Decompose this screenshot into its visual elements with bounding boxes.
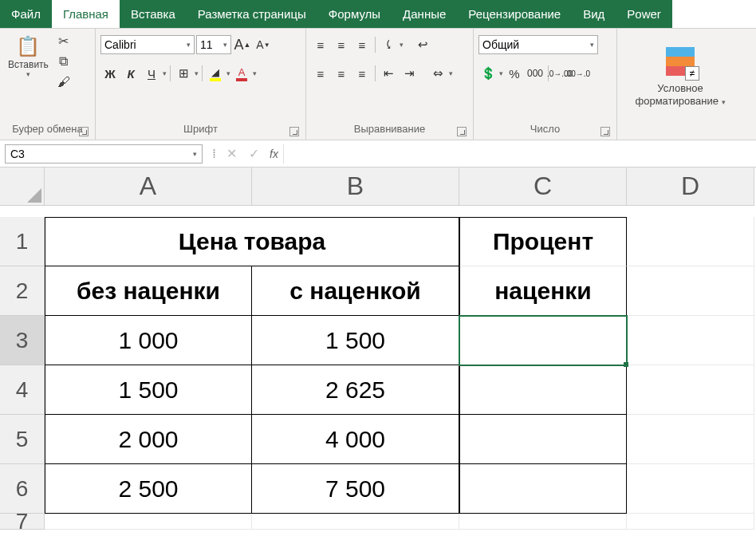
cell-b6[interactable]: 7 500	[252, 464, 459, 514]
cell-b2[interactable]: с наценкой	[252, 266, 459, 316]
tab-insert[interactable]: Вставка	[120, 0, 187, 28]
bold-button[interactable]: Ж	[100, 64, 120, 83]
format-painter-button[interactable]: 🖌	[55, 73, 73, 91]
cell-a1-merged[interactable]: Цена товара	[45, 217, 459, 266]
enter-button[interactable]: ✓	[242, 146, 265, 161]
column-header-b[interactable]: B	[252, 168, 459, 206]
comma-button[interactable]: 000	[526, 64, 545, 83]
increase-indent-button[interactable]: ⇥	[400, 64, 419, 83]
orientation-button[interactable]: ⤹	[379, 35, 398, 54]
cell-a6[interactable]: 2 500	[45, 464, 252, 514]
cell-d6[interactable]	[627, 464, 754, 514]
cell-c7[interactable]	[459, 514, 627, 530]
tab-review[interactable]: Рецензирование	[457, 0, 572, 28]
tab-formulas[interactable]: Формулы	[317, 0, 392, 28]
column-header-c[interactable]: C	[459, 168, 627, 206]
tab-power[interactable]: Power	[616, 0, 672, 28]
decrease-indent-button[interactable]: ⇤	[379, 64, 398, 83]
conditional-formatting-button[interactable]: Условное форматирование ▾	[632, 81, 729, 108]
cell-c2[interactable]: наценки	[459, 266, 627, 316]
row-header-5[interactable]: 5	[0, 415, 45, 464]
row-header-4[interactable]: 4	[0, 365, 45, 415]
ribbon: 📋 Вставить ▾ ✂ ⧉ 🖌 Буфер обмена Calibri▾…	[0, 29, 756, 140]
chevron-down-icon[interactable]: ▾	[226, 69, 230, 77]
formula-input[interactable]	[283, 144, 756, 164]
select-all-corner[interactable]	[0, 168, 45, 206]
cell-a5[interactable]: 2 000	[45, 415, 252, 464]
merge-button[interactable]: ⇔	[428, 64, 447, 83]
font-name-select[interactable]: Calibri▾	[100, 35, 195, 54]
row-header-7[interactable]: 7	[0, 514, 45, 530]
cell-c5[interactable]	[459, 415, 627, 464]
dialog-launcher-icon[interactable]	[600, 127, 610, 136]
cell-a7[interactable]	[45, 514, 252, 530]
cell-a3[interactable]: 1 000	[45, 316, 252, 365]
chevron-down-icon[interactable]: ▾	[163, 69, 167, 77]
align-center-button[interactable]: ≡	[332, 64, 351, 83]
chevron-down-icon[interactable]: ▾	[400, 41, 404, 49]
percent-button[interactable]: %	[505, 64, 524, 83]
align-right-button[interactable]: ≡	[352, 64, 372, 83]
tab-file[interactable]: Файл	[0, 0, 52, 28]
increase-font-button[interactable]: A▲	[233, 35, 252, 54]
dialog-launcher-icon[interactable]	[79, 127, 89, 136]
font-size-select[interactable]: 11▾	[196, 35, 231, 54]
dialog-launcher-icon[interactable]	[289, 127, 299, 136]
tab-home[interactable]: Главная	[52, 0, 120, 28]
font-color-button[interactable]: A	[232, 64, 251, 83]
cell-d5[interactable]	[627, 415, 754, 464]
cut-button[interactable]: ✂	[55, 32, 73, 49]
copy-button[interactable]: ⧉	[55, 53, 73, 70]
cell-d3[interactable]	[627, 316, 754, 365]
underline-button[interactable]: Ч	[142, 64, 161, 83]
cell-c1[interactable]: Процент	[459, 217, 627, 266]
number-format-select[interactable]: Общий▾	[478, 35, 598, 54]
cell-b7[interactable]	[252, 514, 459, 530]
fx-icon[interactable]: fx	[265, 148, 283, 160]
ribbon-tabs: Файл Главная Вставка Разметка страницы Ф…	[0, 0, 756, 29]
fill-color-button[interactable]: ◢	[206, 64, 225, 83]
align-bottom-button[interactable]: ≡	[352, 35, 372, 54]
tab-view[interactable]: Вид	[572, 0, 616, 28]
align-left-button[interactable]: ≡	[311, 64, 330, 83]
dialog-launcher-icon[interactable]	[457, 127, 467, 136]
cell-d2[interactable]	[627, 266, 754, 316]
cell-c3[interactable]	[459, 316, 627, 365]
accounting-format-button[interactable]: 💲	[478, 64, 498, 83]
cell-a2[interactable]: без наценки	[45, 266, 252, 316]
italic-button[interactable]: К	[121, 64, 140, 83]
paste-button[interactable]: 📋 Вставить ▾	[5, 32, 52, 80]
scissors-icon: ✂	[58, 34, 69, 49]
cell-c4[interactable]	[459, 365, 627, 415]
chevron-down-icon[interactable]: ▾	[499, 69, 503, 77]
grip-icon[interactable]: ⁞	[207, 146, 220, 161]
row-header-1[interactable]: 1	[0, 217, 45, 266]
column-header-d[interactable]: D	[627, 168, 754, 206]
cell-d4[interactable]	[627, 365, 754, 415]
row-header-2[interactable]: 2	[0, 266, 45, 316]
chevron-down-icon[interactable]: ▾	[253, 69, 257, 77]
cell-b3[interactable]: 1 500	[252, 316, 459, 365]
wrap-text-button[interactable]: ↩	[413, 35, 432, 54]
tab-data[interactable]: Данные	[392, 0, 457, 28]
decrease-font-button[interactable]: A▼	[254, 35, 273, 54]
cell-b5[interactable]: 4 000	[252, 415, 459, 464]
chevron-down-icon[interactable]: ▾	[449, 69, 453, 77]
cell-c6[interactable]	[459, 464, 627, 514]
cell-d7[interactable]	[627, 514, 754, 530]
row-header-3[interactable]: 3	[0, 316, 45, 365]
row-header-6[interactable]: 6	[0, 464, 45, 514]
name-box[interactable]: C3▾	[5, 144, 203, 164]
cell-b4[interactable]: 2 625	[252, 365, 459, 415]
cancel-button[interactable]: ✕	[220, 146, 242, 161]
borders-button[interactable]: ⊞	[174, 64, 193, 83]
column-header-a[interactable]: A	[45, 168, 252, 206]
cell-d1[interactable]	[627, 217, 754, 266]
cell-a4[interactable]: 1 500	[45, 365, 252, 415]
tab-page-layout[interactable]: Разметка страницы	[187, 0, 317, 28]
chevron-down-icon[interactable]: ▾	[195, 69, 199, 77]
decrease-decimal-button[interactable]: .00→.0	[569, 65, 585, 81]
bucket-icon: ◢	[211, 66, 219, 78]
align-middle-button[interactable]: ≡	[332, 35, 351, 54]
align-top-button[interactable]: ≡	[311, 35, 330, 54]
